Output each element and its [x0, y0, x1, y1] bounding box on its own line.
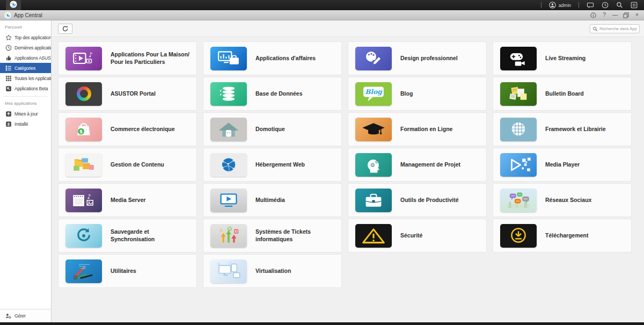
help-button[interactable]: ?	[602, 12, 607, 18]
svg-text:⚠: ⚠	[219, 227, 223, 232]
category-tile-content-management[interactable]: Gestion de Contenu	[58, 148, 197, 182]
screen: admin App Central ? — × Parcourir Top de…	[0, 0, 644, 325]
sidebar-item-latest-apps[interactable]: Dernières applications	[0, 42, 51, 53]
refresh-button[interactable]	[58, 24, 72, 34]
taskbar-separator	[541, 2, 541, 8]
thumbs-up-icon	[5, 54, 12, 61]
category-tile-virtualization[interactable]: Virtualisation	[203, 254, 342, 288]
category-tile-framework-library[interactable]: Framework et Librairie	[493, 112, 632, 146]
category-label: Réseaux Sociaux	[545, 197, 597, 204]
activity-clock-icon[interactable]	[602, 2, 609, 9]
sidebar-item-all-apps[interactable]: Toutes les Applications	[0, 73, 51, 83]
home-apps-icon: ♪	[65, 47, 102, 70]
sidebar-item-categories[interactable]: Catégories	[0, 63, 51, 73]
sidebar-item-top-apps[interactable]: Top des applications	[0, 32, 51, 42]
window-title: App Central	[14, 12, 42, 18]
category-label: Systèmes de Tickets informatiques	[255, 228, 341, 243]
category-tile-media-server[interactable]: ♪Media Server	[58, 183, 197, 217]
clock-icon	[5, 44, 12, 51]
search-input[interactable]	[598, 26, 637, 31]
category-tile-bulletin-board[interactable]: Bulletin Board	[493, 77, 632, 111]
category-tile-productivity-tools[interactable]: Outils de Productivité	[348, 183, 487, 217]
category-label: Outils de Productivité	[400, 197, 464, 204]
sidebar-item-label: Applications Beta	[14, 86, 48, 91]
category-tile-database[interactable]: Base de Données	[203, 77, 342, 111]
app-central-taskbar-button[interactable]	[6, 0, 21, 10]
category-tile-home-apps[interactable]: ♪Applications Pour La Maison/ Pour les P…	[58, 41, 197, 75]
category-label: Blog	[400, 90, 418, 98]
category-tile-ecommerce[interactable]: $Commerce électronique	[58, 112, 197, 146]
home-automation-icon	[210, 118, 247, 141]
media-server-icon: ♪	[65, 189, 102, 212]
preferences-grid-icon[interactable]	[631, 2, 638, 9]
sidebar-item-label: Applications ASUSTOR	[14, 55, 51, 61]
sidebar-item-label: Mises à jour	[14, 111, 38, 117]
bottom-taskbar	[0, 322, 644, 325]
business-icon	[210, 47, 247, 70]
close-button[interactable]: ×	[634, 12, 640, 18]
category-tile-blog[interactable]: BlogBlog	[348, 77, 487, 111]
elearning-icon	[355, 118, 392, 141]
category-label: Téléchargement	[545, 232, 594, 240]
search-icon	[592, 24, 598, 34]
category-tile-social-networks[interactable]: Réseaux Sociaux	[493, 183, 632, 217]
virtualization-icon	[210, 259, 247, 283]
category-tile-multimedia[interactable]: Multimédia	[203, 183, 342, 217]
category-label: Applications d'affaires	[255, 55, 321, 62]
social-networks-icon	[500, 189, 537, 212]
category-label: Domotique	[255, 126, 290, 133]
category-tile-utilities[interactable]: Utilitaires	[58, 254, 197, 288]
sidebar-item-beta-apps[interactable]: Applications Beta	[0, 83, 51, 93]
category-label: Bulletin Board	[545, 90, 589, 98]
user-avatar-icon	[549, 2, 556, 9]
security-icon	[355, 224, 392, 248]
category-tile-ticketing-systems[interactable]: ⚠✓?Systèmes de Tickets informatiques	[203, 219, 342, 252]
category-tile-web-hosting[interactable]: Hébergement Web	[203, 148, 342, 182]
category-tile-home-automation[interactable]: Domotique	[203, 112, 342, 146]
category-tile-backup-sync[interactable]: Sauvegarde et Synchronisation	[58, 219, 197, 252]
web-hosting-icon	[210, 153, 247, 177]
category-tile-project-management[interactable]: ⚙⚙Management de Projet	[348, 148, 487, 182]
download-icon	[500, 224, 537, 248]
category-tile-live-streaming[interactable]: Live Streaming	[493, 41, 632, 75]
category-label: Management de Projet	[400, 161, 466, 169]
sidebar-item-label: Toutes les Applications	[14, 76, 51, 81]
notifications-icon[interactable]	[587, 2, 594, 9]
category-tile-business-apps[interactable]: Applications d'affaires	[203, 41, 342, 75]
category-tile-download[interactable]: Téléchargement	[493, 219, 632, 252]
category-tile-security[interactable]: Sécurité	[348, 219, 487, 252]
category-tile-media-player[interactable]: Media Player	[493, 148, 632, 182]
asustor-portal-icon	[65, 82, 102, 106]
category-label: Applications Pour La Maison/ Pour les Pa…	[111, 51, 196, 66]
media-player-icon	[500, 153, 537, 177]
sidebar-item-label: Catégories	[14, 66, 35, 71]
ticketing-icon: ⚠✓?	[210, 224, 247, 248]
multimedia-icon	[210, 189, 247, 212]
svg-text:♪: ♪	[87, 193, 91, 200]
search-icon[interactable]	[616, 2, 623, 9]
sidebar-item-installed[interactable]: Installé	[0, 119, 51, 129]
category-label: Virtualisation	[255, 268, 296, 275]
category-label: Live Streaming	[545, 55, 591, 62]
sidebar-item-label: Dernières applications	[14, 45, 51, 50]
apps-grid-icon	[5, 75, 12, 82]
minimize-button[interactable]: —	[612, 12, 618, 18]
search-box	[590, 24, 640, 33]
info-button[interactable]	[590, 12, 596, 18]
category-tile-professional-design[interactable]: Design professionnel	[348, 41, 487, 75]
manage-button[interactable]: Gérer	[0, 309, 51, 322]
category-tile-asustor-portal[interactable]: ASUSTOR Portal	[58, 77, 197, 111]
utilities-icon	[65, 259, 102, 283]
beta-icon	[5, 85, 12, 92]
ecommerce-icon: $	[65, 118, 102, 141]
user-menu[interactable]: admin	[549, 2, 571, 9]
category-label: Media Player	[545, 161, 585, 169]
category-label: Design professionnel	[400, 55, 463, 62]
category-label: Sauvegarde et Synchronisation	[111, 228, 196, 243]
sidebar-item-asustor-apps[interactable]: Applications ASUSTOR	[0, 53, 51, 63]
username-label: admin	[559, 3, 571, 8]
sidebar-item-updates[interactable]: Mises à jour	[0, 109, 51, 119]
maximize-button[interactable]	[623, 12, 629, 18]
app-central-logo-icon	[4, 12, 11, 19]
category-tile-online-learning[interactable]: Formation en Ligne	[348, 112, 487, 146]
